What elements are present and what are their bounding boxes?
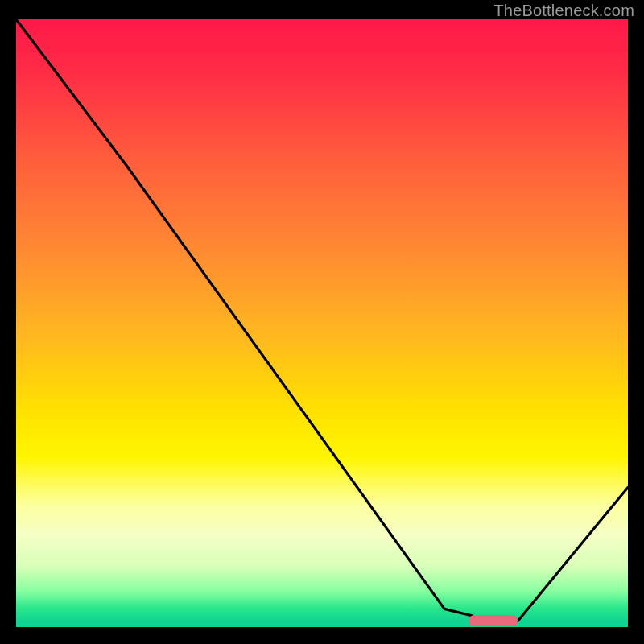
plot-area bbox=[16, 19, 628, 627]
watermark-text: TheBottleneck.com bbox=[493, 2, 634, 20]
bottleneck-curve bbox=[16, 19, 628, 627]
optimal-range-marker bbox=[469, 615, 518, 626]
chart-frame bbox=[8, 19, 636, 638]
